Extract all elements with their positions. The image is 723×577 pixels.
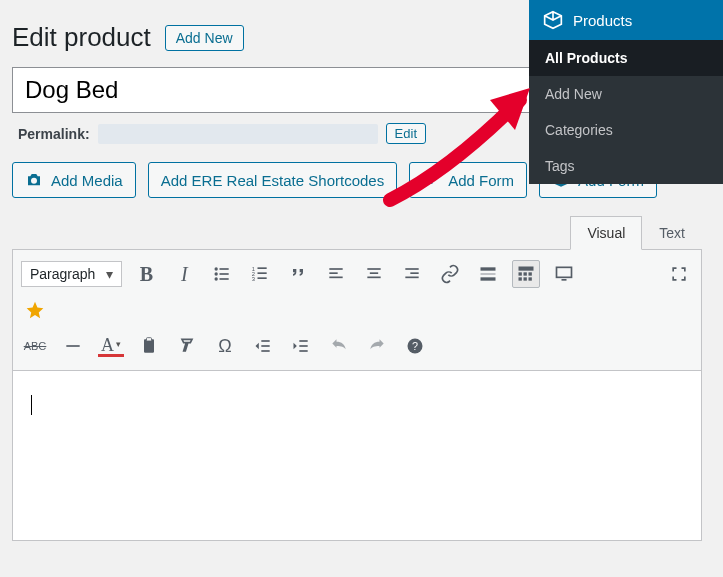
align-center-button[interactable]: [360, 260, 388, 288]
svg-rect-33: [66, 345, 79, 347]
link-button[interactable]: [436, 260, 464, 288]
text-cursor: [31, 395, 32, 412]
tab-text[interactable]: Text: [642, 216, 702, 250]
svg-rect-27: [529, 272, 532, 275]
edit-permalink-button[interactable]: Edit: [386, 123, 426, 144]
horizontal-rule-button[interactable]: [59, 332, 87, 360]
svg-rect-35: [147, 338, 152, 341]
form-icon: [422, 171, 440, 189]
indent-button[interactable]: [287, 332, 315, 360]
help-button[interactable]: ?: [401, 332, 429, 360]
align-right-button[interactable]: [398, 260, 426, 288]
svg-rect-21: [481, 267, 496, 270]
align-left-button[interactable]: [322, 260, 350, 288]
svg-rect-1: [220, 268, 229, 270]
products-submenu: Products All Products Add New Categories…: [529, 0, 723, 184]
page-title: Edit product: [12, 22, 151, 53]
svg-rect-11: [258, 277, 267, 279]
add-media-label: Add Media: [51, 172, 123, 189]
paste-text-button[interactable]: [135, 332, 163, 360]
svg-rect-37: [261, 345, 269, 347]
svg-rect-17: [368, 277, 381, 279]
svg-rect-38: [261, 350, 269, 352]
read-more-button[interactable]: [474, 260, 502, 288]
svg-rect-22: [481, 273, 496, 275]
svg-rect-13: [330, 272, 338, 274]
blockquote-button[interactable]: [284, 260, 312, 288]
submenu-item-add-new[interactable]: Add New: [529, 76, 723, 112]
svg-rect-25: [519, 272, 522, 275]
add-form-button-1[interactable]: Add Form: [409, 162, 527, 198]
undo-button[interactable]: [325, 332, 353, 360]
svg-rect-26: [524, 272, 527, 275]
special-character-button[interactable]: Ω: [211, 332, 239, 360]
clear-formatting-button[interactable]: [173, 332, 201, 360]
bullet-list-button[interactable]: [208, 260, 236, 288]
svg-rect-28: [519, 277, 522, 280]
permalink-slug: [98, 124, 378, 144]
svg-rect-32: [562, 279, 567, 281]
submenu-item-tags[interactable]: Tags: [529, 148, 723, 184]
strikethrough-button[interactable]: ABC: [21, 332, 49, 360]
products-submenu-title: Products: [573, 12, 632, 29]
star-icon[interactable]: [21, 296, 49, 324]
box-icon: [543, 10, 563, 30]
editor-toolbar: Paragraph B I 123 ABC: [12, 249, 702, 371]
svg-rect-5: [220, 278, 229, 280]
svg-rect-19: [411, 272, 419, 274]
submenu-item-categories[interactable]: Categories: [529, 112, 723, 148]
outdent-button[interactable]: [249, 332, 277, 360]
svg-rect-14: [330, 277, 343, 279]
editor-tabs: Visual Text: [12, 216, 702, 250]
svg-rect-30: [529, 277, 532, 280]
svg-text:?: ?: [412, 340, 418, 352]
svg-rect-15: [368, 268, 381, 270]
editor-content[interactable]: [12, 371, 702, 541]
toolbar-toggle-button[interactable]: [512, 260, 540, 288]
toolbar-star-row: [21, 292, 693, 328]
svg-rect-24: [519, 267, 534, 271]
svg-rect-23: [481, 277, 496, 280]
svg-rect-16: [370, 272, 378, 274]
svg-point-2: [215, 272, 218, 275]
redo-button[interactable]: [363, 332, 391, 360]
svg-rect-20: [406, 277, 419, 279]
svg-rect-9: [258, 272, 267, 274]
fullscreen-preview-button[interactable]: [550, 260, 578, 288]
add-media-button[interactable]: Add Media: [12, 162, 136, 198]
italic-button[interactable]: I: [170, 260, 198, 288]
svg-rect-7: [258, 267, 267, 269]
add-form-label-1: Add Form: [448, 172, 514, 189]
svg-rect-18: [406, 268, 419, 270]
svg-rect-36: [261, 340, 269, 342]
svg-rect-39: [299, 340, 307, 342]
svg-point-4: [215, 277, 218, 280]
editor: Visual Text Paragraph B I 123: [12, 216, 702, 541]
svg-rect-41: [299, 350, 307, 352]
add-shortcodes-button[interactable]: Add ERE Real Estate Shortcodes: [148, 162, 397, 198]
text-color-button[interactable]: A▾: [97, 332, 125, 360]
add-shortcodes-label: Add ERE Real Estate Shortcodes: [161, 172, 384, 189]
format-select[interactable]: Paragraph: [21, 261, 122, 287]
toolbar-row-2: ABC A▾ Ω ?: [21, 328, 693, 364]
distraction-free-button[interactable]: [665, 260, 693, 288]
bold-button[interactable]: B: [132, 260, 160, 288]
svg-rect-12: [330, 268, 343, 270]
svg-rect-40: [299, 345, 307, 347]
add-new-button[interactable]: Add New: [165, 25, 244, 51]
numbered-list-button[interactable]: 123: [246, 260, 274, 288]
products-submenu-header[interactable]: Products: [529, 0, 723, 40]
camera-icon: [25, 171, 43, 189]
svg-rect-29: [524, 277, 527, 280]
svg-rect-31: [557, 267, 572, 277]
permalink-label: Permalink:: [18, 126, 90, 142]
svg-text:3: 3: [252, 276, 255, 282]
submenu-item-all-products[interactable]: All Products: [529, 40, 723, 76]
svg-rect-3: [220, 273, 229, 275]
tab-visual[interactable]: Visual: [570, 216, 642, 250]
toolbar-row-1: Paragraph B I 123: [21, 256, 693, 292]
svg-point-0: [215, 267, 218, 270]
